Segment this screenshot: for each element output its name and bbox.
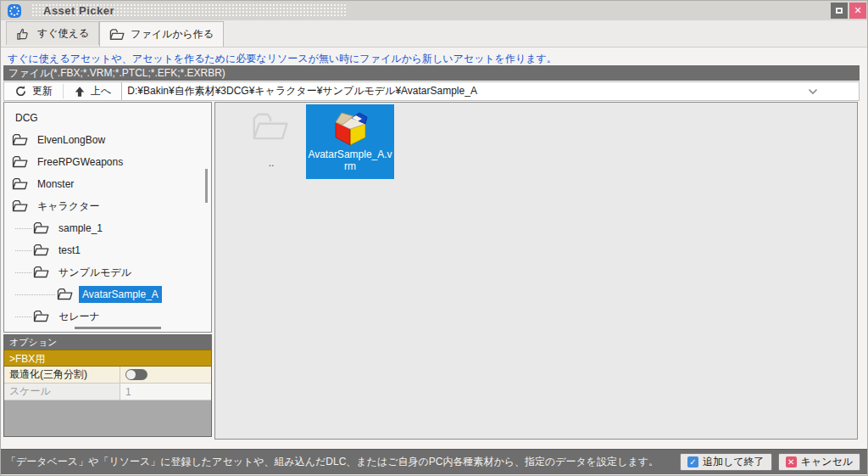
tree-connector (15, 272, 31, 273)
cancel-label: キャンセル (801, 455, 853, 469)
tree-connector (15, 316, 31, 317)
option-label: 最適化(三角分割) (4, 367, 120, 383)
toolbar: 更新 上へ D:¥Bakin¥自作素材¥3DCG¥キャラクター¥サンプルモデル¥… (3, 81, 860, 101)
folder-icon (33, 221, 50, 235)
folder-icon (33, 310, 50, 323)
checkmark-icon: ✓ (687, 456, 698, 468)
optimize-toggle[interactable] (125, 369, 147, 380)
tree-item[interactable]: セレーナ (4, 305, 211, 328)
description-text: すぐに使えるアセットや、アセットを作るために必要なリソースが無い時にファイルから… (8, 52, 557, 66)
refresh-button[interactable]: 更新 (4, 82, 63, 100)
file-browser: .. AvatarSample_A.vrm (214, 102, 858, 440)
bakin-logo-icon (8, 4, 21, 18)
tree-connector (15, 250, 31, 251)
status-message: 「データベース」や「リソース」に登録したアセットや、組み込んだDLC、またはご自… (1, 455, 680, 469)
folder-icon (33, 244, 50, 257)
folder-icon (33, 266, 50, 279)
folder-icon (12, 177, 29, 191)
tree-item-label: DCG (12, 109, 42, 126)
file-tile-selected[interactable]: AvatarSample_A.vrm (306, 104, 394, 179)
folder-icon (12, 133, 29, 147)
tree-item-label: test1 (55, 242, 84, 259)
folder-icon (12, 155, 29, 169)
window-title: Asset Picker (31, 4, 114, 17)
asset-picker-window: Asset Picker ✕ すぐ使える ファイルから作る すぐに使える (0, 0, 868, 476)
tree-item-label: sample_1 (55, 220, 106, 237)
folder-icon (109, 28, 125, 42)
tree-item-label: キャラクター (34, 197, 103, 216)
tab-ready-to-use[interactable]: すぐ使える (6, 21, 99, 45)
folder-icon (57, 288, 74, 301)
tree-item[interactable]: ElvenLongBow (4, 129, 211, 151)
tab-bar: すぐ使える ファイルから作る (1, 20, 868, 48)
tree-item-selected[interactable]: AvatarSample_A (4, 283, 211, 305)
parent-folder-label: .. (267, 157, 276, 169)
folder-up-icon (251, 111, 292, 143)
tree-item[interactable]: sample_1 (4, 217, 211, 239)
up-label: 上へ (91, 84, 111, 98)
parent-folder-tile[interactable]: .. (227, 104, 315, 179)
tree-item-label: ElvenLongBow (34, 132, 108, 148)
close-icon: ✕ (854, 5, 861, 16)
tab-label: ファイルから作る (131, 27, 214, 42)
maximize-button[interactable] (831, 3, 848, 19)
option-row-optimize: 最適化(三角分割) (4, 367, 211, 384)
file-filter-bar: ファイル(*.FBX;*.VRM;*.PTCL;*.EFK;*.EXRBR) (3, 65, 860, 81)
confirm-label: 追加して終了 (703, 455, 765, 469)
scale-value[interactable]: 1 (120, 384, 211, 400)
path-combobox[interactable]: D:¥Bakin¥自作素材¥3DCG¥キャラクター¥サンプルモデル¥Avatar… (121, 82, 859, 100)
options-group-fbx[interactable]: >FBX用 (4, 350, 211, 367)
toggle-knob (126, 370, 136, 379)
options-panel: オプション >FBX用 最適化(三角分割) スケール 1 (3, 334, 212, 437)
file-label: AvatarSample_A.vrm (306, 148, 394, 172)
tree-item[interactable]: サンプルモデル (4, 261, 211, 283)
tab-label: すぐ使える (37, 26, 89, 41)
tree-item-label: Monster (34, 176, 77, 193)
tree-item-root[interactable]: DCG (4, 107, 211, 129)
x-icon: ✕ (786, 456, 797, 468)
maximize-icon (836, 8, 843, 14)
chevron-down-icon (808, 88, 818, 95)
tree-item[interactable]: FreeRPGWeapons (4, 151, 211, 173)
confirm-button[interactable]: ✓ 追加して終了 (680, 453, 772, 471)
content-area: すぐに使えるアセットや、アセットを作るために必要なリソースが無い時にファイルから… (1, 48, 868, 449)
thumbs-up-icon (16, 27, 32, 41)
tree-item-label: セレーナ (55, 307, 103, 327)
option-row-scale: スケール 1 (4, 384, 211, 400)
folder-icon (12, 199, 29, 213)
option-label: スケール (4, 384, 120, 400)
up-button[interactable]: 上へ (64, 82, 121, 100)
tree-vertical-scrollbar[interactable] (205, 169, 208, 203)
refresh-label: 更新 (32, 84, 53, 98)
title-bar: Asset Picker ✕ (1, 1, 868, 20)
refresh-icon (14, 85, 27, 98)
tree-item-label: AvatarSample_A (79, 286, 162, 303)
tree-item-label: FreeRPGWeapons (34, 154, 126, 171)
up-arrow-icon (74, 86, 86, 98)
path-text: D:¥Bakin¥自作素材¥3DCG¥キャラクター¥サンプルモデル¥Avatar… (127, 84, 477, 98)
tree-connector (15, 228, 31, 229)
tree-item[interactable]: test1 (4, 239, 211, 261)
tree-item[interactable]: Monster (4, 173, 211, 195)
cancel-button[interactable]: ✕ キャンセル (778, 453, 860, 471)
folder-tree: DCG ElvenLongBow FreeRPGWeapons Monster … (3, 102, 212, 333)
title-pattern: Asset Picker (31, 3, 347, 18)
close-button[interactable]: ✕ (849, 3, 866, 19)
tab-create-from-file[interactable]: ファイルから作る (99, 21, 224, 47)
tree-horizontal-scrollbar[interactable] (75, 327, 161, 329)
tree-item-label: サンプルモデル (55, 263, 135, 283)
status-bar: 「データベース」や「リソース」に登録したアセットや、組み込んだDLC、またはご自… (1, 449, 868, 474)
tree-connector (15, 294, 55, 295)
tree-item[interactable]: キャラクター (4, 195, 211, 217)
options-header: オプション (4, 335, 211, 350)
vrm-file-icon (330, 111, 370, 147)
